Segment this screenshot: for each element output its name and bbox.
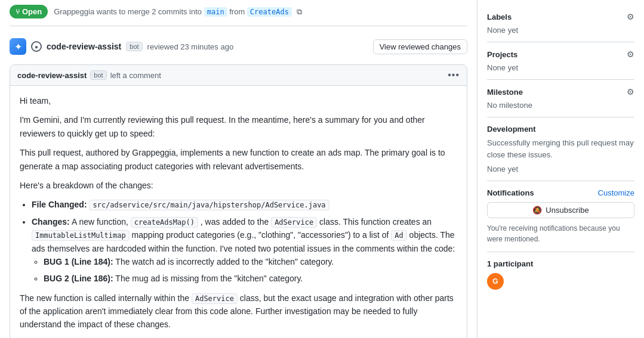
participants-title: 1 participant <box>487 259 634 268</box>
comment-body: Hi team, I'm Gemini, and I'm currently r… <box>10 86 467 338</box>
comment-summary: This pull request, authored by Grappeggi… <box>20 146 457 173</box>
merge-info: Grappeggia wants to merge 2 commits into… <box>54 7 301 17</box>
bell-slash-icon: 🔕 <box>532 206 542 215</box>
open-badge: ⑂ Open <box>10 5 48 18</box>
projects-title: Projects <box>487 50 517 59</box>
bot-badge: bot <box>126 42 142 51</box>
development-value: None yet <box>487 165 518 173</box>
labels-title: Labels <box>487 13 511 21</box>
comment-intro: I'm Gemini, and I'm currently reviewing … <box>20 113 457 140</box>
comment-menu-button[interactable]: ••• <box>448 70 460 80</box>
projects-gear-icon[interactable]: ⚙ <box>627 49 634 59</box>
bug-list: BUG 1 (Line 184): The watch ad is incorr… <box>44 255 457 286</box>
comment-action: left a comment <box>110 71 161 80</box>
notification-info: You're receiving notifications because y… <box>487 223 634 244</box>
bug1-item: BUG 1 (Line 184): The watch ad is incorr… <box>44 255 457 268</box>
sidebar: Labels ⚙ None yet Projects ⚙ None yet Mi… <box>477 0 644 338</box>
reviewer-name: code-review-assist <box>47 42 121 51</box>
sidebar-projects-section: Projects ⚙ None yet <box>487 42 634 80</box>
bot-avatar-icon: ✦ <box>10 38 26 55</box>
participant-avatar: G <box>487 273 504 290</box>
comment-box: code-review-assist bot left a comment ••… <box>10 64 467 338</box>
milestone-title: Milestone <box>487 88 523 97</box>
customize-link[interactable]: Customize <box>598 188 634 197</box>
sidebar-development-section: Development Successfully merging this pu… <box>487 117 634 181</box>
view-reviewed-changes-button[interactable]: View reviewed changes <box>373 39 467 54</box>
comment-changes-list: File Changed: src/adservice/src/main/jav… <box>32 198 457 285</box>
changes-item: Changes: A new function, createAdsMap() … <box>32 215 457 286</box>
review-circle-icon: ● <box>31 41 42 52</box>
comment-breakdown-title: Here's a breakdown of the changes: <box>20 179 457 192</box>
bug2-item: BUG 2 (Line 186): The mug ad is missing … <box>44 272 457 285</box>
sidebar-labels-section: Labels ⚙ None yet <box>487 5 634 42</box>
milestone-value: No milestone <box>487 101 532 110</box>
comment-greeting: Hi team, <box>20 94 457 107</box>
projects-value: None yet <box>487 63 518 72</box>
sidebar-milestone-section: Milestone ⚙ No milestone <box>487 80 634 117</box>
development-text: Successfully merging this pull request m… <box>487 137 634 160</box>
development-title: Development <box>487 125 536 134</box>
comment-conclusion: The new function is called internally wi… <box>20 292 457 331</box>
milestone-gear-icon[interactable]: ⚙ <box>627 87 634 97</box>
labels-gear-icon[interactable]: ⚙ <box>627 12 634 21</box>
comment-bot-badge: bot <box>90 70 106 80</box>
notifications-title: Notifications <box>487 188 534 197</box>
review-meta: reviewed 23 minutes ago <box>147 42 234 51</box>
unsubscribe-button[interactable]: 🔕 Unsubscribe <box>487 202 634 218</box>
labels-value: None yet <box>487 26 518 35</box>
file-changed-item: File Changed: src/adservice/src/main/jav… <box>32 198 457 211</box>
comment-author: code-review-assist <box>17 71 87 80</box>
sidebar-notifications-section: Notifications Customize 🔕 Unsubscribe Yo… <box>487 181 634 252</box>
copy-icon[interactable]: ⧉ <box>297 7 302 16</box>
sidebar-participants-section: 1 participant G <box>487 252 634 297</box>
git-merge-icon: ⑂ <box>16 8 20 16</box>
comment-header: code-review-assist bot left a comment ••… <box>10 65 467 86</box>
review-header: ✦ ● code-review-assist bot reviewed 23 m… <box>10 33 467 60</box>
